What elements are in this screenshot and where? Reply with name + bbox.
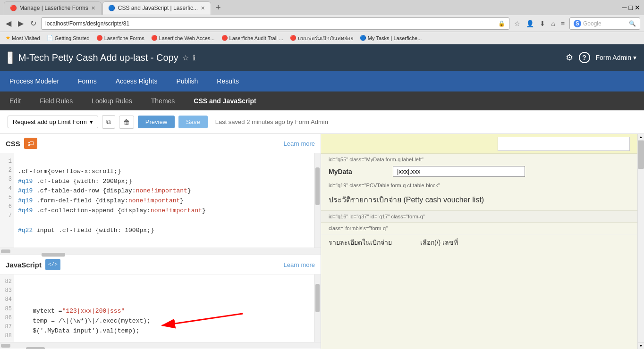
settings-icon[interactable]: ⚙ <box>566 52 573 63</box>
search-icon: 🔍 <box>629 20 636 27</box>
secondary-nav: Edit Field Rules Lookup Rules Themes CSS… <box>0 91 644 110</box>
nav-lookup-rules[interactable]: Lookup Rules <box>82 91 142 110</box>
bookmark-lf-web-label: Laserfiche Web Acces... <box>159 35 215 41</box>
copy-form-button[interactable]: ⧉ <box>102 115 115 129</box>
css-code-editor[interactable]: 1 2 3 4 5 6 7 .cf-form{overflow-x:scroll… <box>0 153 321 248</box>
nav-field-rules[interactable]: Field Rules <box>30 91 82 110</box>
preview-right-area: id="q55" class="MyData form-q label-left… <box>321 134 644 349</box>
right-scroll-up-button[interactable]: ▲ <box>638 134 644 141</box>
field1-id-text: id="q55" class="MyData form-q label-left… <box>329 157 424 162</box>
bookmark-my-tasks[interactable]: 🔵 My Tasks | Laserfiche... <box>358 34 424 42</box>
browser-chrome: 🔴 Manage | Laserfiche Forms ✕ 🔵 CSS and … <box>0 0 644 44</box>
bookmark-lf-audit-icon: 🔴 <box>221 35 228 41</box>
search-engine-icon: S <box>574 20 581 27</box>
save-button[interactable]: Save <box>178 116 208 128</box>
js-horizontal-scrollbar[interactable] <box>0 342 321 349</box>
js-section: JavaScript </> Learn more 82 83 84 85 86… <box>0 254 321 349</box>
search-box[interactable]: S Google 🔍 <box>569 17 640 30</box>
delete-form-button[interactable]: 🗑 <box>119 116 134 129</box>
css-section-title: CSS <box>6 140 20 148</box>
form-toolbar: Request add up Limit Form ▾ ⧉ 🗑 Preview … <box>0 110 644 134</box>
bookmark-laserfiche-forms[interactable]: 🔴 Laserfiche Forms <box>94 34 146 42</box>
css-learn-more-link[interactable]: Learn more <box>284 140 315 147</box>
browser-tab-2[interactable]: 🔵 CSS and JavaScript | Laserfic... ✕ <box>102 1 211 15</box>
browser-tab-1[interactable]: 🔴 Manage | Laserfiche Forms ✕ <box>4 1 102 15</box>
nav-edit[interactable]: Edit <box>0 91 30 110</box>
preview-form-header <box>321 134 637 154</box>
maximize-button[interactable]: □ <box>629 4 633 11</box>
table-class-text: class="formbls's="form-q" <box>329 225 423 231</box>
tab1-close[interactable]: ✕ <box>91 5 95 11</box>
bookmark-tasks-icon: 🔵 <box>360 35 366 41</box>
table-header-row: id="q16" id="q37" id="q17" class="form-q… <box>321 210 637 223</box>
minimize-button[interactable]: ─ <box>622 4 627 11</box>
nav-css-js[interactable]: CSS and JavaScript <box>184 91 265 110</box>
bookmark-thai-icon: 🔴 <box>290 35 297 41</box>
main-area: CSS 🏷 Learn more 1 2 3 4 5 6 7 .cf-form{… <box>0 134 644 349</box>
field2-id-text: id="q19" class="PCVTable form-q cf-table… <box>329 183 440 188</box>
tab2-close[interactable]: ✕ <box>201 5 205 11</box>
bookmark-most-visited[interactable]: ★ Most Visited <box>4 34 42 42</box>
css-horizontal-scrollbar[interactable] <box>0 248 321 254</box>
right-scrollbar[interactable]: ▲ ▼ <box>637 134 644 349</box>
svg-line-1 <box>162 314 243 325</box>
bookmark-lf-audit-label: Laserfiche Audit Trail ... <box>229 35 283 41</box>
user-menu[interactable]: Form Admin ▾ <box>596 54 636 61</box>
star-icon[interactable]: ☆ <box>182 53 189 62</box>
right-scroll-track <box>638 141 644 342</box>
help-icon[interactable]: ? <box>579 52 590 63</box>
app-header: ‹ M-Tech Petty Cash Add up-last - Copy ☆… <box>0 44 644 71</box>
js-scrollbar[interactable] <box>314 274 321 342</box>
new-tab-button[interactable]: + <box>212 1 225 15</box>
nav-process-modeler[interactable]: Process Modeler <box>0 71 68 91</box>
js-section-header: JavaScript </> Learn more <box>0 255 321 274</box>
tab2-label: CSS and JavaScript | Laserfic... <box>118 5 198 11</box>
reload-button[interactable]: ↻ <box>28 18 38 29</box>
table-ids-text: id="q16" id="q37" id="q17" class="form-q… <box>329 214 425 219</box>
preview-button[interactable]: Preview <box>138 116 175 128</box>
form-selector-label: Request add up Limit Form <box>13 118 87 125</box>
browser-toolbar: ◀ ▶ ↻ localhost/Forms/design/scripts/81 … <box>0 15 644 32</box>
nav-themes[interactable]: Themes <box>142 91 185 110</box>
close-button[interactable]: ✕ <box>635 4 640 11</box>
bookmark-thai-form[interactable]: 🔴 แบบฟอร์มเบิกเงินสดย่อย <box>288 33 355 43</box>
forward-button[interactable]: ▶ <box>16 18 25 29</box>
js-learn-more-link[interactable]: Learn more <box>284 261 315 268</box>
right-scroll-down-button[interactable]: ▼ <box>638 342 644 349</box>
bookmark-getting-started[interactable]: 📄 Getting Started <box>45 34 92 42</box>
bookmark-lf-web-access[interactable]: 🔴 Laserfiche Web Acces... <box>149 34 217 42</box>
bookmark-most-visited-label: Most Visited <box>12 35 40 41</box>
js-section-title: JavaScript <box>6 261 42 269</box>
home-button[interactable]: ⌂ <box>549 19 557 28</box>
back-button[interactable]: ◀ <box>4 18 13 29</box>
bookmark-thai-label: แบบฟอร์มเบิกเงินสดย่อย <box>298 34 353 42</box>
info-icon[interactable]: ℹ <box>193 53 195 62</box>
mydata-input[interactable] <box>393 166 525 177</box>
address-text: localhost/Forms/design/scripts/81 <box>45 20 498 27</box>
nav-forms[interactable]: Forms <box>68 71 106 91</box>
delete-icon: 🗑 <box>123 118 130 126</box>
right-scroll-thumb[interactable] <box>638 141 644 169</box>
back-to-manage-button[interactable]: ‹ <box>8 51 13 64</box>
download-button[interactable]: ⬇ <box>538 19 547 28</box>
table-col-labels: รายละเอียดในเบิกจ่าย เลือก(/) เลขที่ <box>321 234 637 250</box>
bookmark-lf-forms-label: Laserfiche Forms <box>104 35 144 41</box>
bookmark-lf-audit[interactable]: 🔴 Laserfiche Audit Trail ... <box>220 34 285 42</box>
css-scrollbar[interactable] <box>314 153 321 248</box>
nav-publish[interactable]: Publish <box>167 71 207 91</box>
app-title-area: M-Tech Petty Cash Add up-last - Copy ☆ ℹ <box>18 52 566 63</box>
nav-access-rights[interactable]: Access Rights <box>106 71 167 91</box>
tab2-favicon: 🔵 <box>109 5 115 11</box>
mydata-field-row: MyData <box>321 163 637 180</box>
menu-button[interactable]: ≡ <box>559 19 567 28</box>
nav-results[interactable]: Results <box>207 71 248 91</box>
bookmark-lf-forms-icon: 🔴 <box>96 35 103 41</box>
person-icon-button[interactable]: 👤 <box>524 19 536 28</box>
js-code-editor[interactable]: 82 83 84 85 86 87 88 89 mytext ="123|xxx… <box>0 274 321 342</box>
css-code-content[interactable]: .cf-form{overflow-x:scroll;} #q19 .cf-ta… <box>14 153 314 248</box>
address-bar[interactable]: localhost/Forms/design/scripts/81 🔒 <box>41 17 509 30</box>
form-selector-dropdown[interactable]: Request add up Limit Form ▾ <box>8 116 98 128</box>
bookmark-star-button[interactable]: ☆ <box>512 19 522 28</box>
field2-id-row: id="q19" class="PCVTable form-q cf-table… <box>321 180 637 189</box>
js-code-content[interactable]: mytext ="123|xxx|200|sss" temp = /\|(\w*… <box>14 274 314 342</box>
